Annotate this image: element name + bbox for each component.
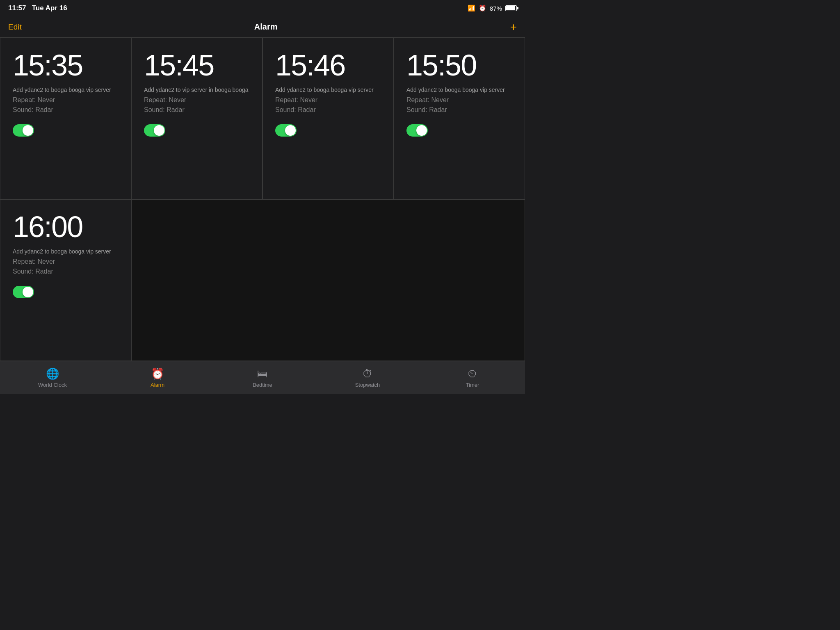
- battery-icon: [505, 5, 517, 11]
- alarm-card-2[interactable]: 15:46 Add ydanc2 to booga booga vip serv…: [262, 38, 394, 199]
- alarm-repeat-2: Repeat: Never: [275, 96, 381, 104]
- timer-label: Timer: [466, 382, 479, 388]
- alarm-repeat-3: Repeat: Never: [406, 96, 512, 104]
- nav-bar: Edit Alarm +: [0, 16, 525, 38]
- alarm-sound-4: Sound: Radar: [13, 268, 119, 275]
- empty-cell-1: [131, 199, 525, 361]
- alarm-time-4: 16:00: [13, 212, 119, 242]
- toggle-knob-3: [416, 125, 427, 136]
- alarm-label: Alarm: [151, 382, 164, 388]
- toggle-knob-4: [23, 287, 33, 297]
- add-alarm-button[interactable]: +: [510, 21, 517, 33]
- tab-bar: 🌐 World Clock ⏰ Alarm 🛏 Bedtime ⏱ Stopwa…: [0, 361, 525, 394]
- alarm-repeat-1: Repeat: Never: [144, 96, 250, 104]
- alarm-sound-3: Sound: Radar: [406, 106, 512, 114]
- alarm-time-2: 15:46: [275, 50, 381, 80]
- stopwatch-label: Stopwatch: [355, 382, 380, 388]
- tab-timer[interactable]: ⏲ Timer: [420, 368, 525, 388]
- alarm-status-icon: ⏰: [479, 5, 486, 12]
- alarm-time-0: 15:35: [13, 50, 119, 80]
- edit-button[interactable]: Edit: [8, 23, 22, 32]
- toggle-knob-1: [154, 125, 164, 136]
- status-date: Tue Apr 16: [32, 4, 67, 12]
- alarm-label-3: Add ydanc2 to booga booga vip server: [406, 87, 512, 93]
- status-time-date: 11:57 Tue Apr 16: [8, 4, 67, 12]
- alarm-toggle-0[interactable]: [13, 124, 34, 137]
- world-clock-label: World Clock: [38, 382, 67, 388]
- alarm-toggle-3[interactable]: [406, 124, 428, 137]
- timer-icon: ⏲: [467, 368, 478, 380]
- status-icons: 📶 ⏰ 87%: [468, 5, 517, 12]
- alarm-toggle-4[interactable]: [13, 286, 34, 298]
- alarm-card-4[interactable]: 16:00 Add ydanc2 to booga booga vip serv…: [0, 199, 131, 361]
- status-bar: 11:57 Tue Apr 16 📶 ⏰ 87%: [0, 0, 525, 16]
- wifi-icon: 📶: [468, 5, 475, 12]
- battery-percent: 87%: [490, 5, 502, 12]
- alarm-card-3[interactable]: 15:50 Add ydanc2 to booga booga vip serv…: [394, 38, 525, 199]
- alarm-label-4: Add ydanc2 to booga booga vip server: [13, 248, 119, 255]
- status-time: 11:57: [8, 4, 26, 12]
- bedtime-label: Bedtime: [253, 382, 272, 388]
- alarm-label-0: Add ydanc2 to booga booga vip server: [13, 87, 119, 93]
- tab-alarm[interactable]: ⏰ Alarm: [105, 368, 210, 388]
- toggle-knob-0: [23, 125, 33, 136]
- alarm-repeat-4: Repeat: Never: [13, 258, 119, 265]
- tab-bedtime[interactable]: 🛏 Bedtime: [210, 368, 315, 388]
- alarm-time-3: 15:50: [406, 50, 512, 80]
- nav-title: Alarm: [254, 22, 278, 32]
- alarm-card-0[interactable]: 15:35 Add ydanc2 to booga booga vip serv…: [0, 38, 131, 199]
- alarm-sound-1: Sound: Radar: [144, 106, 250, 114]
- toggle-knob-2: [285, 125, 296, 136]
- alarm-repeat-0: Repeat: Never: [13, 96, 119, 104]
- stopwatch-icon: ⏱: [362, 368, 373, 380]
- alarm-sound-2: Sound: Radar: [275, 106, 381, 114]
- alarm-card-1[interactable]: 15:45 Add ydanc2 to vip server in booga …: [131, 38, 262, 199]
- alarm-toggle-1[interactable]: [144, 124, 165, 137]
- alarm-label-2: Add ydanc2 to booga booga vip server: [275, 87, 381, 93]
- world-clock-icon: 🌐: [46, 368, 59, 380]
- alarm-toggle-2[interactable]: [275, 124, 297, 137]
- tab-world-clock[interactable]: 🌐 World Clock: [0, 368, 105, 388]
- alarm-sound-0: Sound: Radar: [13, 106, 119, 114]
- alarm-label-1: Add ydanc2 to vip server in booga booga: [144, 87, 250, 93]
- alarm-icon: ⏰: [151, 368, 164, 380]
- tab-stopwatch[interactable]: ⏱ Stopwatch: [315, 368, 420, 388]
- alarm-time-1: 15:45: [144, 50, 250, 80]
- alarm-grid: 15:35 Add ydanc2 to booga booga vip serv…: [0, 38, 525, 361]
- bedtime-icon: 🛏: [257, 368, 268, 380]
